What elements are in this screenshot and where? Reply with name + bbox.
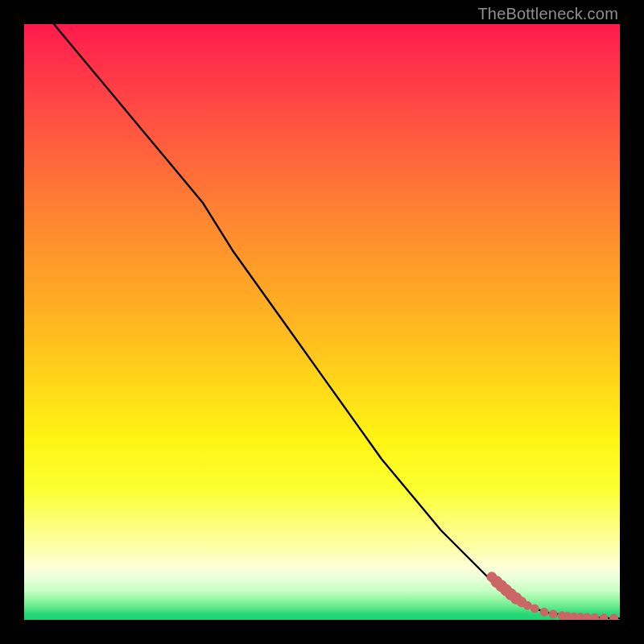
data-point	[600, 614, 608, 620]
data-point	[591, 613, 599, 620]
data-point	[610, 614, 618, 620]
watermark-text: TheBottleneck.com	[477, 5, 618, 23]
chart-overlay	[24, 24, 620, 620]
marker-group	[487, 572, 618, 620]
data-point	[549, 610, 557, 618]
curve-line	[54, 24, 620, 618]
chart-frame: TheBottleneck.com	[0, 0, 644, 644]
data-point	[530, 605, 539, 613]
data-point	[540, 608, 548, 616]
plot-area	[24, 24, 620, 620]
data-point	[583, 613, 591, 620]
